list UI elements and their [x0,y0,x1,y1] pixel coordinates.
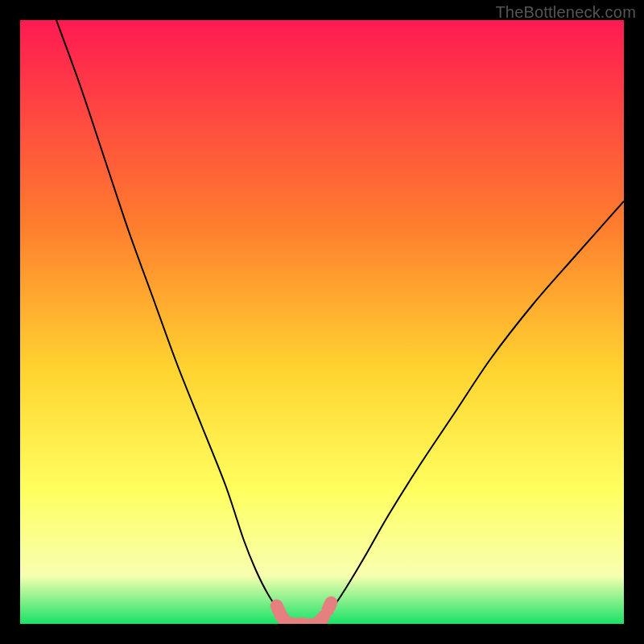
gradient-bg [20,20,624,624]
plot-area [20,20,624,624]
chart-frame: TheBottleneck.com [0,0,644,644]
watermark-text: TheBottleneck.com [495,3,636,22]
chart-svg [20,20,624,624]
